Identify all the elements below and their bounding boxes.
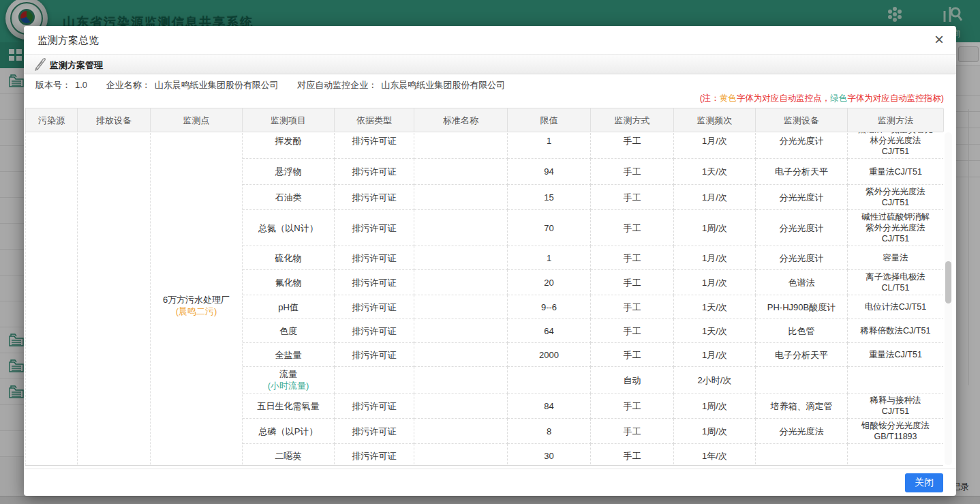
scrollbar-thumb[interactable] xyxy=(945,261,951,303)
cell-method: 稀释与接种法 CJ/T51 xyxy=(848,394,943,419)
column-header-2: 排放设备 xyxy=(78,108,151,132)
plan-info-row: 版本号：1.0 企业名称：山东晨鸣纸业集团股份有限公司 对应自动监控企业：山东晨… xyxy=(35,79,509,91)
cell-standard xyxy=(414,185,508,210)
cell-mode: 手工 xyxy=(591,295,674,319)
cell-mode: 手工 xyxy=(591,270,674,295)
cell-limit: 8 xyxy=(508,419,591,444)
cell-standard xyxy=(414,270,508,295)
cell-standard xyxy=(414,394,508,419)
auto-company-label: 对应自动监控企业： xyxy=(297,80,377,90)
cell-method: 电位计法CJ/T51 xyxy=(848,295,943,319)
column-header-3: 监测点 xyxy=(151,108,243,132)
cell-freq: 2小时/次 xyxy=(674,367,756,394)
company-label: 企业名称： xyxy=(106,80,151,90)
cell-item: 悬浮物 xyxy=(243,159,335,185)
cell-limit: 84 xyxy=(508,394,591,419)
cell-limit: 2000 xyxy=(508,343,591,367)
cell-mode: 手工 xyxy=(591,246,674,270)
cell-item: 总氮（以N计） xyxy=(243,210,335,246)
cell-limit: 70 xyxy=(508,210,591,246)
company-value: 山东晨鸣纸业集团股份有限公司 xyxy=(155,80,279,90)
column-header-9: 监测频次 xyxy=(674,108,756,132)
cell-freq: 1天/次 xyxy=(674,319,756,343)
cell-method: 钼酸铵分光光度法 GB/T11893 xyxy=(848,419,943,444)
cell-mode: 手工 xyxy=(591,444,674,465)
cell-mode: 手工 xyxy=(591,159,674,185)
cell-standard xyxy=(414,419,508,444)
pen-icon xyxy=(33,57,47,71)
cell-item: 硫化物 xyxy=(243,246,335,270)
version-label: 版本号： xyxy=(35,80,71,90)
close-icon[interactable]: × xyxy=(934,31,944,48)
modal-footer: 关闭 xyxy=(24,469,956,496)
cell-freq: 1周/次 xyxy=(674,210,756,246)
column-header-8: 监测方式 xyxy=(591,108,674,132)
cell-item: 流量(小时流量) xyxy=(243,367,335,394)
cell-basis xyxy=(335,367,414,394)
table-row: 6万方污水处理厂(晨鸣二污)挥发酚排污许可证1手工1月/次分光光度计蒸馏后4-氨… xyxy=(26,132,943,159)
cell-mode: 手工 xyxy=(591,185,674,210)
section-title: 监测方案管理 xyxy=(50,59,103,72)
cell-freq: 1月/次 xyxy=(674,343,756,367)
cell-freq: 1周/次 xyxy=(674,394,756,419)
cell-limit: 94 xyxy=(508,159,591,185)
cell-item: 二噁英 xyxy=(243,444,335,465)
cell-freq: 1年/次 xyxy=(674,444,756,465)
cell-basis: 排污许可证 xyxy=(335,159,414,185)
cell-equipment: 分光光度法 xyxy=(756,419,848,444)
cell-mode: 手工 xyxy=(591,394,674,419)
cell-method: 紫外分光光度法 CJ/T51 xyxy=(848,185,943,210)
cell-method: 离子选择电极法 CL/T51 xyxy=(848,270,943,295)
cell-equipment: 分光光度计 xyxy=(756,132,848,159)
table-header-row: 污染源排放设备监测点监测项目依据类型标准名称限值监测方式监测频次监测设备监测方法 xyxy=(25,108,943,132)
cell-pollution-source xyxy=(26,132,78,465)
cell-item: 石油类 xyxy=(243,185,335,210)
cell-standard xyxy=(414,132,508,159)
cell-equipment: 培养箱、滴定管 xyxy=(756,394,848,419)
monitoring-plan-modal: 监测方案总览 × 监测方案管理 版本号：1.0 企业名称：山东晨鸣纸业集团股份有… xyxy=(24,26,956,496)
cell-discharge-equipment xyxy=(78,132,151,465)
color-legend-note: (注：黄色字体为对应自动监控点，绿色字体为对应自动监控指标) xyxy=(700,93,944,104)
cell-basis: 排污许可证 xyxy=(335,246,414,270)
column-header-4: 监测项目 xyxy=(243,108,335,132)
cell-method: 重量法CJ/T51 xyxy=(848,159,943,185)
cell-method: 蒸馏后4-氨基安替比 林分光光度法 CJ/T51 xyxy=(848,132,943,159)
cell-mode: 手工 xyxy=(591,210,674,246)
cell-equipment: 分光光度计 xyxy=(756,210,848,246)
cell-equipment: 比色管 xyxy=(756,319,848,343)
cell-limit: 20 xyxy=(508,270,591,295)
cell-standard xyxy=(414,159,508,185)
cell-freq: 1月/次 xyxy=(674,132,756,159)
close-button[interactable]: 关闭 xyxy=(905,473,943,492)
cell-basis: 排污许可证 xyxy=(335,394,414,419)
cell-basis: 排污许可证 xyxy=(335,319,414,343)
item-auto-note: (小时流量) xyxy=(245,380,331,391)
column-header-1: 污染源 xyxy=(26,108,78,132)
cell-basis: 排污许可证 xyxy=(335,210,414,246)
cell-limit: 30 xyxy=(508,444,591,465)
cell-freq: 1天/次 xyxy=(674,159,756,185)
cell-standard xyxy=(414,343,508,367)
cell-basis: 排污许可证 xyxy=(335,419,414,444)
cell-freq: 1月/次 xyxy=(674,246,756,270)
cell-freq: 1周/次 xyxy=(674,419,756,444)
screen: 山东省污染源监测信息共享系统 xyxy=(0,0,980,504)
cell-method xyxy=(848,367,943,394)
cell-standard xyxy=(414,210,508,246)
cell-limit: 15 xyxy=(508,185,591,210)
cell-monitor-point: 6万方污水处理厂(晨鸣二污) xyxy=(151,132,243,465)
cell-method xyxy=(848,444,943,465)
cell-equipment: 分光光度计 xyxy=(756,246,848,270)
yellow-word: 黄色 xyxy=(720,93,737,103)
cell-freq: 1月/次 xyxy=(674,185,756,210)
cell-item: pH值 xyxy=(243,295,335,319)
cell-item: 总磷（以P计） xyxy=(243,419,335,444)
cell-freq: 1天/次 xyxy=(674,295,756,319)
cell-mode: 手工 xyxy=(591,343,674,367)
table-scroll-area[interactable]: 6万方污水处理厂(晨鸣二污)挥发酚排污许可证1手工1月/次分光光度计蒸馏后4-氨… xyxy=(25,132,943,465)
cell-method: 容量法 xyxy=(848,246,943,270)
cell-item: 氟化物 xyxy=(243,270,335,295)
cell-equipment xyxy=(756,367,848,394)
cell-basis: 排污许可证 xyxy=(335,444,414,465)
cell-standard xyxy=(414,319,508,343)
